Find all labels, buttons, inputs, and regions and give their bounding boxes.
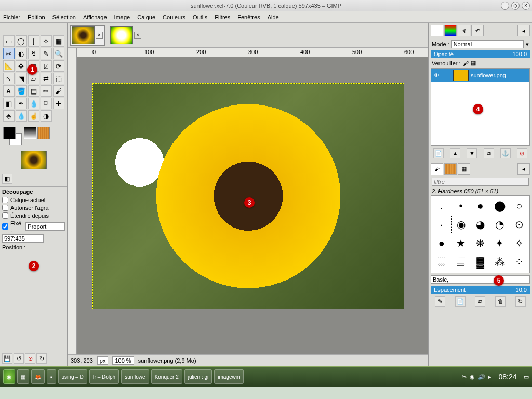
lasso-tool[interactable]: ʃ xyxy=(28,35,39,47)
layers-tab-icon[interactable]: ≡ xyxy=(431,25,443,36)
text-tool[interactable]: A xyxy=(3,85,15,97)
network-tray-icon[interactable]: ◉ xyxy=(470,374,475,380)
task-item[interactable]: sunflowe xyxy=(121,369,149,384)
menu-view[interactable]: Affichage xyxy=(83,14,107,20)
tool-opts-tab[interactable]: ◧ xyxy=(2,174,12,184)
heal-tool[interactable]: ✚ xyxy=(53,98,64,109)
delete-preset-icon[interactable]: ⊘ xyxy=(25,353,35,364)
edit-brush-icon[interactable]: ✎ xyxy=(435,296,445,307)
spacing-slider[interactable]: Espacement10,0 xyxy=(431,286,530,294)
layer-down-icon[interactable]: ▼ xyxy=(467,148,477,158)
dock-menu-icon[interactable]: ◂ xyxy=(517,163,530,175)
dropdown-icon[interactable]: ▾ xyxy=(526,41,529,48)
opacity-slider[interactable]: Opacité100,0 xyxy=(431,50,530,58)
channels-tab-icon[interactable] xyxy=(444,25,457,36)
brush-grid[interactable]: .•●⬤○ ·◉◕◔⊙ ●★❋✦✧ ░▒▓⁂⁘ xyxy=(431,195,530,273)
pattern-swatch[interactable] xyxy=(37,127,50,139)
scissors-tool[interactable]: ✂ xyxy=(3,48,15,59)
perspective-clone-tool[interactable]: ⬘ xyxy=(3,110,15,122)
menu-select[interactable]: Sélection xyxy=(52,14,76,20)
current-layer-checkbox[interactable] xyxy=(2,197,8,203)
menu-layer[interactable]: Calque xyxy=(137,14,155,20)
smudge-tool[interactable]: ☝ xyxy=(28,110,39,122)
start-button[interactable]: ◉ xyxy=(3,369,15,384)
menu-colors[interactable]: Couleurs xyxy=(163,14,185,20)
bucket-fill-tool[interactable]: 🪣 xyxy=(16,85,27,97)
menu-help[interactable]: Aide xyxy=(268,14,279,20)
select-by-color-tool[interactable]: ▦ xyxy=(53,35,64,47)
color-picker-tool[interactable]: ✎ xyxy=(41,48,52,59)
scale-tool[interactable]: ⤡ xyxy=(3,73,15,84)
delete-brush-icon[interactable]: 🗑 xyxy=(495,296,506,307)
eraser-tool[interactable]: ◧ xyxy=(3,98,15,109)
color-swatch[interactable] xyxy=(3,127,22,145)
rotate-tool[interactable]: ⟳ xyxy=(53,60,64,72)
quick-launch[interactable]: ▦ xyxy=(17,369,29,384)
allow-grow-checkbox[interactable] xyxy=(2,205,8,211)
undo-tab-icon[interactable]: ↶ xyxy=(471,25,484,36)
menu-image[interactable]: Image xyxy=(114,14,130,20)
new-layer-icon[interactable]: 📄 xyxy=(433,148,444,158)
duplicate-brush-icon[interactable]: ⧉ xyxy=(475,296,485,307)
firefox-launcher[interactable]: 🦊 xyxy=(31,369,45,384)
restore-preset-icon[interactable]: ↺ xyxy=(14,353,24,364)
move-tool[interactable]: ✥ xyxy=(16,60,27,72)
foreground-select-tool[interactable]: ◐ xyxy=(16,48,27,59)
fixed-mode-select[interactable]: Proport xyxy=(25,222,65,231)
ratio-input[interactable] xyxy=(2,234,44,243)
terminal-launcher[interactable]: ▪ xyxy=(47,369,56,384)
crop-tool[interactable]: ⟀ xyxy=(41,60,52,72)
duplicate-layer-icon[interactable]: ⧉ xyxy=(484,148,494,158)
save-preset-icon[interactable]: 💾 xyxy=(2,353,12,364)
rect-select-tool[interactable]: ▭ xyxy=(3,35,15,47)
blend-mode-select[interactable]: Normal xyxy=(451,40,524,48)
minimize-button[interactable]: – xyxy=(501,2,509,10)
menu-tools[interactable]: Outils xyxy=(193,14,207,20)
clipboard-tray-icon[interactable]: ✂ xyxy=(462,374,467,380)
dock-menu-icon[interactable]: ◂ xyxy=(517,25,530,36)
flip-tool[interactable]: ⇄ xyxy=(41,73,52,84)
gradient-swatch[interactable] xyxy=(24,127,36,139)
wand-tool[interactable]: ✧ xyxy=(41,35,52,47)
tray-expand-icon[interactable]: ▸ xyxy=(488,374,491,380)
layer-row[interactable]: 👁 sunflower.png xyxy=(431,69,529,82)
extend-checkbox[interactable] xyxy=(2,212,8,219)
close-tab-icon[interactable]: × xyxy=(96,32,103,39)
paths-tool[interactable]: ↯ xyxy=(28,48,39,59)
lock-alpha-icon[interactable]: ▦ xyxy=(471,60,476,66)
unit-select[interactable]: px xyxy=(97,356,109,365)
task-item[interactable]: imagewin xyxy=(214,369,243,384)
lock-pixels-icon[interactable]: 🖌 xyxy=(463,60,469,66)
dodge-tool[interactable]: ◑ xyxy=(41,110,52,122)
selected-brush[interactable]: ◉ xyxy=(451,216,470,233)
reset-preset-icon[interactable]: ↻ xyxy=(36,353,47,364)
paintbrush-tool[interactable]: 🖌 xyxy=(53,85,64,97)
zoom-tool[interactable]: 🔍 xyxy=(53,48,64,59)
zoom-select[interactable]: 100 % xyxy=(112,356,134,365)
image-canvas[interactable] xyxy=(92,83,404,309)
blend-tool[interactable]: ▤ xyxy=(28,85,39,97)
task-item[interactable]: Konquer 2 xyxy=(151,369,182,384)
task-item[interactable]: fr – Dolph xyxy=(89,369,119,384)
patterns-tab-icon[interactable] xyxy=(444,163,457,175)
clock[interactable]: 08:24 xyxy=(495,373,521,381)
close-button[interactable]: × xyxy=(522,2,530,10)
menu-windows[interactable]: Fenêtres xyxy=(237,14,260,20)
clone-tool[interactable]: ⧉ xyxy=(41,98,52,109)
task-item[interactable]: using – D xyxy=(58,369,87,384)
blur-tool[interactable]: 💧 xyxy=(16,110,27,122)
paths-tab-icon[interactable]: ↯ xyxy=(458,25,470,36)
refresh-brush-icon[interactable]: ↻ xyxy=(515,296,526,307)
delete-layer-icon[interactable]: ⊘ xyxy=(517,148,527,158)
volume-tray-icon[interactable]: 🔊 xyxy=(478,374,485,380)
show-desktop-icon[interactable]: ▭ xyxy=(524,374,529,380)
anchor-layer-icon[interactable]: ⚓ xyxy=(500,148,511,158)
pencil-tool[interactable]: ✏ xyxy=(41,85,52,97)
fixed-checkbox[interactable] xyxy=(2,223,8,230)
brush-preset-select[interactable]: Basic, xyxy=(431,275,530,284)
measure-tool[interactable]: 📐 xyxy=(3,60,15,72)
airbrush-tool[interactable]: ✒ xyxy=(16,98,27,109)
cage-tool[interactable]: ⬚ xyxy=(53,73,64,84)
layer-up-icon[interactable]: ▲ xyxy=(450,148,460,158)
menu-filters[interactable]: Filtres xyxy=(215,14,230,20)
